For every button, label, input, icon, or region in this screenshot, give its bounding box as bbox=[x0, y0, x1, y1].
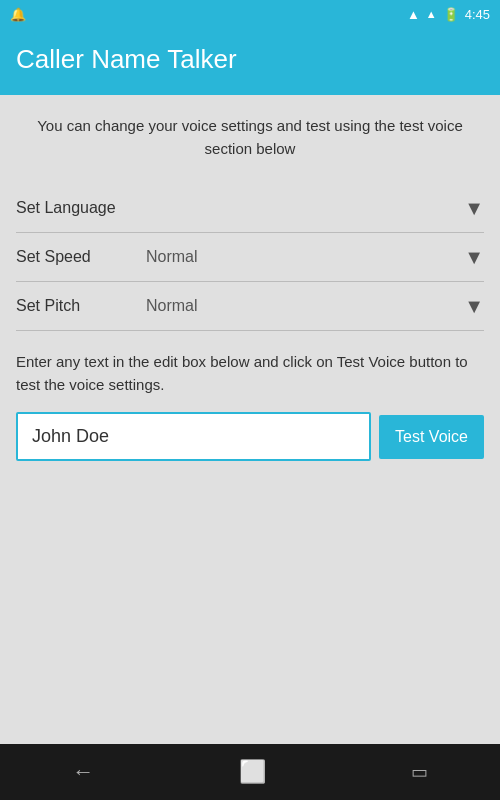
set-pitch-label: Set Pitch bbox=[16, 297, 146, 315]
instructions-text: Enter any text in the edit box below and… bbox=[16, 351, 484, 396]
status-bar-left: 🔔 bbox=[10, 7, 26, 22]
test-voice-row: Test Voice bbox=[16, 412, 484, 461]
signal-icon: ▲ bbox=[426, 8, 437, 20]
set-language-value-container: ▼ bbox=[146, 198, 484, 218]
set-pitch-value-container: Normal ▼ bbox=[146, 296, 484, 316]
set-speed-value: Normal bbox=[146, 248, 198, 266]
pitch-dropdown-arrow: ▼ bbox=[464, 296, 484, 316]
test-voice-button[interactable]: Test Voice bbox=[379, 415, 484, 459]
time-display: 4:45 bbox=[465, 7, 490, 22]
set-language-row[interactable]: Set Language ▼ bbox=[16, 184, 484, 233]
language-dropdown-arrow: ▼ bbox=[464, 198, 484, 218]
notification-icon: 🔔 bbox=[10, 7, 26, 22]
home-button[interactable]: ⬜ bbox=[239, 759, 266, 785]
status-bar-right: ▲ ▲ 🔋 4:45 bbox=[407, 7, 490, 22]
set-pitch-value: Normal bbox=[146, 297, 198, 315]
set-speed-value-container: Normal ▼ bbox=[146, 247, 484, 267]
app-header: Caller Name Talker bbox=[0, 28, 500, 95]
wifi-icon: ▲ bbox=[407, 7, 420, 22]
back-button[interactable]: ← bbox=[72, 759, 94, 785]
status-bar: 🔔 ▲ ▲ 🔋 4:45 bbox=[0, 0, 500, 28]
main-content: You can change your voice settings and t… bbox=[0, 95, 500, 744]
set-language-label: Set Language bbox=[16, 199, 146, 217]
recents-button[interactable]: ▭ bbox=[411, 761, 428, 783]
nav-bar: ← ⬜ ▭ bbox=[0, 744, 500, 800]
set-speed-label: Set Speed bbox=[16, 248, 146, 266]
test-voice-input[interactable] bbox=[16, 412, 371, 461]
speed-dropdown-arrow: ▼ bbox=[464, 247, 484, 267]
battery-icon: 🔋 bbox=[443, 7, 459, 22]
app-title: Caller Name Talker bbox=[16, 44, 484, 75]
set-speed-row[interactable]: Set Speed Normal ▼ bbox=[16, 233, 484, 282]
set-pitch-row[interactable]: Set Pitch Normal ▼ bbox=[16, 282, 484, 331]
description-text: You can change your voice settings and t… bbox=[16, 115, 484, 160]
